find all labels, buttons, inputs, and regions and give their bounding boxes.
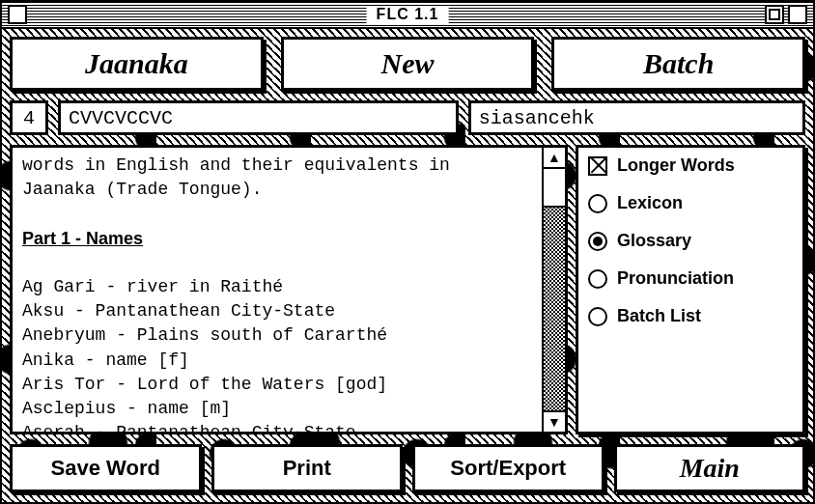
scroll-up-arrow-icon[interactable]: ▲ [544, 148, 565, 169]
cv-pattern-field[interactable]: CVVCVCCVC [58, 100, 459, 135]
glossary-entry: Aserah - Pantanathean City-State [22, 421, 532, 432]
glossary-entry: Aris Tor - Lord of the Waters [god] [22, 373, 532, 397]
glossary-heading: Part 1 - Names [22, 227, 532, 251]
radio-icon [588, 232, 607, 251]
close-box-icon[interactable] [8, 5, 27, 24]
zoom-box-icon[interactable] [765, 5, 784, 24]
glossary-entry: Anika - name [f] [22, 349, 532, 373]
batch-button[interactable]: Batch [551, 37, 805, 91]
glossary-textarea[interactable]: words in English and their equivalents i… [10, 145, 568, 434]
sample-word-field[interactable]: siasancehk [468, 100, 805, 135]
option-label: Pronunciation [617, 268, 734, 289]
glossary-entry: Ag Gari - river in Raithé [22, 275, 532, 299]
window-title: FLC 1.1 [367, 6, 449, 23]
longer-words-checkbox[interactable]: Longer Words [588, 155, 793, 176]
language-button[interactable]: Jaanaka [10, 37, 264, 91]
print-button[interactable]: Print [211, 444, 404, 492]
collapse-box-icon[interactable] [788, 5, 807, 24]
option-label: Longer Words [617, 155, 735, 176]
scroll-thumb[interactable] [544, 169, 565, 208]
count-field[interactable]: 4 [10, 100, 48, 135]
option-label: Lexicon [617, 193, 683, 213]
radio-pronunciation[interactable]: Pronunciation [588, 268, 793, 289]
radio-icon [588, 269, 607, 289]
main-button[interactable]: Main [614, 444, 806, 492]
app-window: FLC 1.1 Jaanaka New Batch 4 CVVCVCCVC si… [0, 0, 815, 504]
scroll-down-arrow-icon[interactable]: ▼ [544, 410, 565, 432]
scrollbar[interactable]: ▲ ▼ [542, 148, 565, 432]
new-button[interactable]: New [281, 37, 535, 91]
glossary-entry: Asclepius - name [m] [22, 397, 532, 421]
client-area: Jaanaka New Batch 4 CVVCVCCVC siasancehk… [2, 29, 813, 502]
glossary-entry: Anebryum - Plains south of Cararthé [22, 323, 532, 348]
option-label: Batch List [617, 306, 701, 326]
glossary-intro-line: words in English and their equivalents i… [22, 154, 532, 178]
scroll-track[interactable] [544, 169, 565, 410]
glossary-entry: Aksu - Pantanathean City-State [22, 299, 532, 323]
radio-icon [588, 194, 607, 213]
save-word-button[interactable]: Save Word [10, 444, 202, 492]
radio-glossary[interactable]: Glossary [588, 231, 793, 251]
options-panel: Longer Words Lexicon Glossary Pronunciat… [576, 145, 805, 434]
radio-icon [588, 307, 607, 326]
glossary-content: words in English and their equivalents i… [13, 148, 542, 432]
radio-batch-list[interactable]: Batch List [588, 306, 793, 326]
titlebar: FLC 1.1 [2, 2, 813, 29]
radio-lexicon[interactable]: Lexicon [588, 193, 793, 213]
checkbox-icon [588, 156, 607, 176]
sort-export-button[interactable]: Sort/Export [412, 444, 604, 492]
glossary-intro-line: Jaanaka (Trade Tongue). [22, 178, 532, 202]
option-label: Glossary [617, 231, 691, 251]
